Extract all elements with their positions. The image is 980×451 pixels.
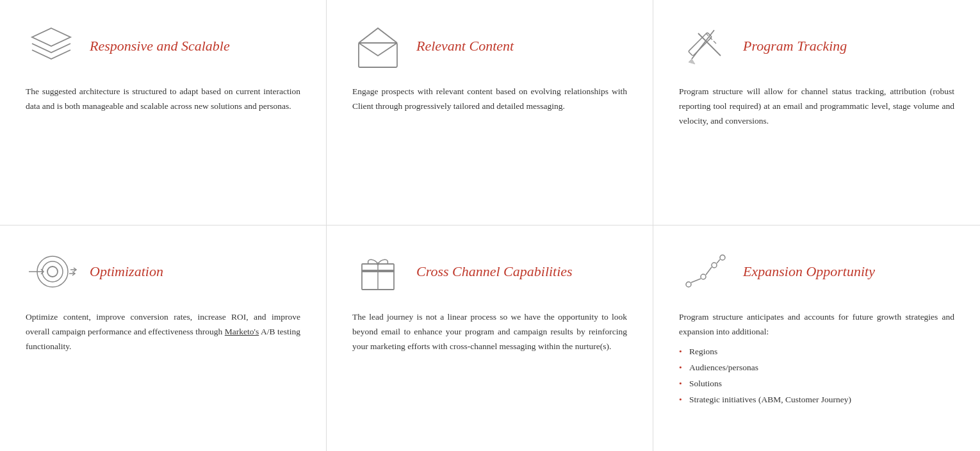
target-icon [26, 246, 77, 297]
list-item: Solutions [679, 377, 954, 391]
cell-body: Engage prospects with relevant content b… [352, 85, 627, 114]
gift-icon [352, 246, 404, 297]
svg-point-21 [712, 263, 717, 268]
svg-point-10 [42, 261, 63, 282]
cell-header: Cross Channel Capabilities [352, 246, 627, 297]
cell-body: Program structure anticipates and accoun… [679, 310, 954, 409]
svg-point-22 [720, 255, 725, 260]
cell-cross-channel: Cross Channel Capabilities The lead jour… [327, 226, 653, 451]
cell-expansion-opportunity: Expansion Opportunity Program structure … [653, 226, 980, 451]
cell-optimization: Optimization Optimize content, improve c… [0, 226, 327, 451]
cell-header: Expansion Opportunity [679, 246, 954, 297]
cell-header: Program Tracking [679, 20, 954, 72]
list-item: Regions [679, 345, 954, 359]
cell-relevant-content: Relevant Content Engage prospects with r… [327, 0, 653, 226]
mail-icon [352, 20, 404, 72]
svg-marker-3 [689, 59, 695, 64]
svg-point-9 [47, 266, 58, 277]
svg-line-25 [717, 259, 720, 263]
cell-body: The lead journey is not a linear process… [352, 310, 627, 354]
list-item: Audiences/personas [679, 361, 954, 375]
tools-icon [679, 20, 730, 72]
svg-point-20 [701, 274, 706, 279]
cell-title: Relevant Content [416, 38, 514, 54]
svg-point-18 [377, 263, 379, 265]
expansion-list: Regions Audiences/personas Solutions Str… [679, 345, 954, 407]
list-item: Strategic initiatives (ABM, Customer Jou… [679, 393, 954, 407]
cell-title: Optimization [90, 263, 163, 280]
cell-header: Optimization [26, 246, 300, 297]
cell-title: Program Tracking [743, 38, 847, 54]
cell-body: Optimize content, improve conversion rat… [26, 310, 300, 354]
marketo-link[interactable]: Marketo's [225, 327, 259, 336]
cell-header: Relevant Content [352, 20, 627, 72]
layers-icon [26, 20, 77, 72]
cell-header: Responsive and Scalable [26, 20, 300, 72]
svg-line-7 [714, 41, 716, 44]
trend-icon [679, 246, 730, 297]
cell-responsive-scalable: Responsive and Scalable The suggested ar… [0, 0, 327, 226]
cell-program-tracking: Program Tracking Program structure will … [653, 0, 980, 226]
cell-body: Program structure will allow for channel… [679, 85, 954, 129]
svg-point-19 [686, 282, 691, 287]
cell-body: The suggested architecture is structured… [26, 85, 300, 114]
cell-title: Responsive and Scalable [90, 38, 230, 54]
svg-marker-0 [32, 28, 70, 46]
cell-title: Cross Channel Capabilities [416, 263, 573, 280]
svg-line-24 [706, 267, 712, 275]
svg-line-23 [691, 279, 701, 283]
cell-title: Expansion Opportunity [743, 263, 875, 280]
feature-grid: Responsive and Scalable The suggested ar… [0, 0, 980, 451]
